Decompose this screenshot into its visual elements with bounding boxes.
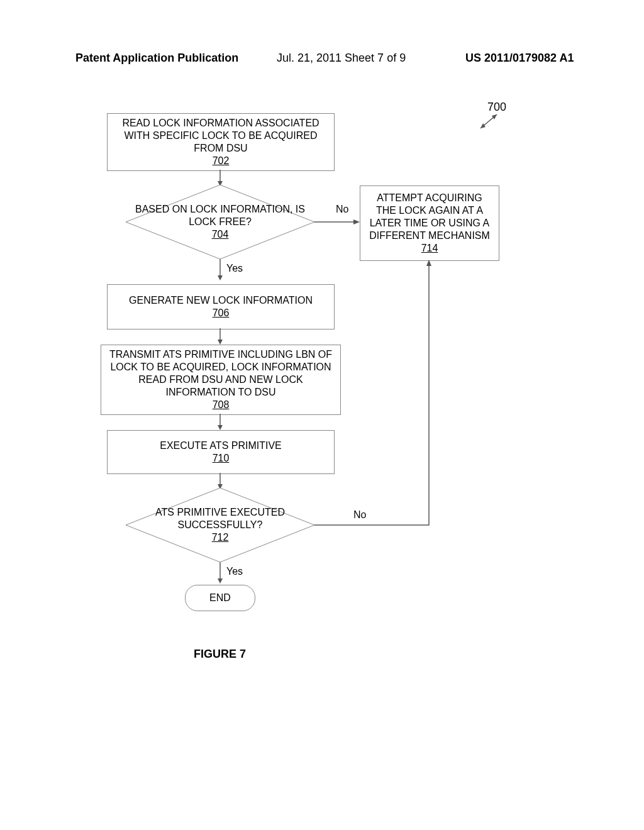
svg-marker-11 [218, 340, 223, 345]
arrow-712-714 [314, 260, 434, 530]
svg-marker-18 [218, 578, 223, 584]
label-712-yes: Yes [226, 566, 243, 577]
arrow-708-710 [216, 414, 224, 430]
svg-marker-7 [218, 275, 223, 280]
decision-712-num: 712 [212, 532, 229, 543]
svg-marker-19 [426, 260, 431, 266]
label-704-yes: Yes [226, 263, 243, 274]
arrow-710-712 [216, 473, 224, 489]
decision-712: ATS PRIMITIVE EXECUTED SUCCESSFULLY? 712 [126, 488, 314, 562]
step-710-num: 710 [213, 453, 230, 463]
svg-marker-9 [353, 219, 360, 224]
terminator-end: END [185, 585, 255, 611]
step-708-text: TRANSMIT ATS PRIMITIVE INCLUDING LBN OF … [109, 349, 332, 397]
decision-704: BASED ON LOCK INFORMATION, IS LOCK FREE?… [126, 185, 314, 259]
step-708: TRANSMIT ATS PRIMITIVE INCLUDING LBN OF … [101, 345, 341, 415]
header-left: Patent Application Publication [75, 52, 238, 65]
step-714: ATTEMPT ACQUIRING THE LOCK AGAIN AT A LA… [360, 185, 499, 261]
svg-marker-1 [480, 123, 486, 128]
step-710-text: EXECUTE ATS PRIMITIVE [160, 440, 282, 451]
step-706-text: GENERATE NEW LOCK INFORMATION [129, 295, 313, 306]
step-714-text: ATTEMPT ACQUIRING THE LOCK AGAIN AT A LA… [369, 192, 490, 241]
step-702: READ LOCK INFORMATION ASSOCIATED WITH SP… [107, 113, 335, 171]
arrow-702-704 [216, 170, 224, 186]
decision-712-text: ATS PRIMITIVE EXECUTED SUCCESSFULLY? [155, 507, 285, 530]
step-710: EXECUTE ATS PRIMITIVE 710 [107, 430, 335, 474]
decision-704-num: 704 [212, 229, 229, 240]
step-702-text: READ LOCK INFORMATION ASSOCIATED WITH SP… [122, 118, 319, 153]
header-mid: Jul. 21, 2011 Sheet 7 of 9 [277, 52, 406, 65]
header-right: US 2011/0179082 A1 [465, 52, 574, 65]
step-706: GENERATE NEW LOCK INFORMATION 706 [107, 284, 335, 329]
step-714-num: 714 [421, 243, 438, 253]
svg-marker-2 [492, 114, 497, 119]
arrow-712-end [216, 562, 224, 584]
arrow-704-714 [314, 218, 360, 226]
decision-704-text: BASED ON LOCK INFORMATION, IS LOCK FREE? [135, 204, 305, 227]
figure-label: FIGURE 7 [194, 648, 246, 661]
step-706-num: 706 [213, 307, 230, 318]
step-702-num: 702 [213, 155, 230, 166]
svg-marker-13 [218, 425, 223, 430]
ref-number: 700 [487, 101, 506, 114]
ref-arrow-icon [475, 113, 502, 132]
label-712-no: No [353, 509, 366, 521]
step-708-num: 708 [213, 399, 230, 410]
label-704-no: No [336, 204, 348, 215]
arrow-706-708 [216, 328, 224, 345]
arrow-704-706 [216, 259, 224, 280]
flowchart-canvas: 700 READ LOCK INFORMATION ASSOCIATED WIT… [101, 101, 541, 717]
